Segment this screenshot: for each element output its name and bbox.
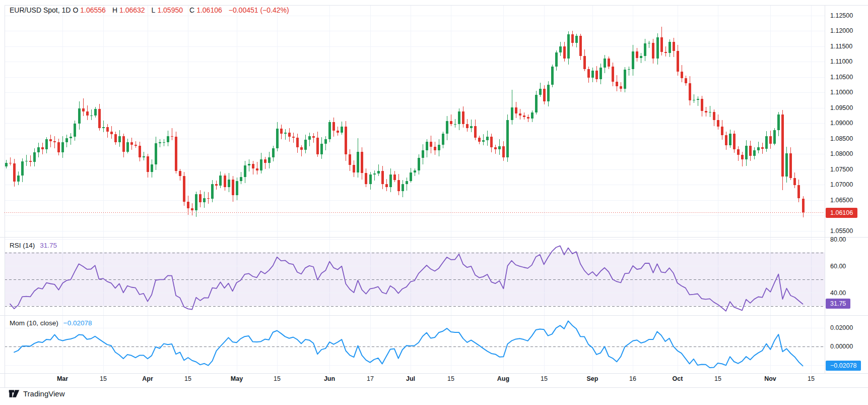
- time-tick-label: Oct: [673, 375, 683, 382]
- price-tick-label: 1.10000: [830, 89, 853, 96]
- high-value: 1.06632: [119, 6, 145, 14]
- mom-tick-label: 0.02000: [830, 324, 853, 331]
- chart-canvas[interactable]: [0, 0, 868, 405]
- price-tick-label: 1.08000: [830, 150, 853, 157]
- price-tick-label: 1.11000: [830, 58, 852, 65]
- mom-value: −0.02078: [63, 319, 92, 327]
- high-label: H: [112, 6, 117, 14]
- tradingview-icon: [9, 389, 20, 398]
- price-tick-label: 1.07000: [830, 181, 853, 188]
- price-tick-label: 1.07500: [830, 166, 853, 173]
- mom-value-label: −0.02078: [826, 361, 861, 371]
- tradingview-chart: EUR/USD Spot, 1DO1.06556H1.06632L1.05950…: [0, 0, 868, 405]
- brand-name: TradingView: [23, 389, 65, 398]
- price-tick-label: 1.09000: [830, 120, 853, 127]
- symbol-legend[interactable]: EUR/USD Spot, 1DO1.06556H1.06632L1.05950…: [10, 6, 291, 14]
- last-price-label: 1.06106: [826, 208, 857, 218]
- close-label: C: [189, 6, 194, 14]
- rsi-legend[interactable]: RSI (14)31.75: [10, 242, 59, 249]
- rsi-tick-label: 60.00: [830, 263, 846, 270]
- time-tick-label: 16: [629, 375, 636, 382]
- rsi-tick-label: 40.00: [830, 290, 846, 297]
- tradingview-logo[interactable]: TradingView: [9, 389, 65, 398]
- rsi-tick-label: 80.00: [830, 236, 846, 243]
- time-tick-label: 15: [274, 375, 281, 382]
- rsi-name: RSI (14): [10, 242, 35, 249]
- time-tick-label: 15: [541, 375, 548, 382]
- rsi-value-label: 31.75: [826, 299, 850, 309]
- time-tick-label: 15: [714, 375, 721, 382]
- open-label: O: [73, 6, 78, 14]
- time-tick-label: 15: [808, 375, 815, 382]
- time-tick-label: May: [231, 375, 243, 382]
- rsi-value: 31.75: [40, 242, 57, 249]
- price-tick-label: 1.08500: [830, 135, 853, 142]
- close-value: 1.06106: [196, 6, 222, 14]
- time-tick-label: 15: [447, 375, 454, 382]
- time-tick-label: Mar: [57, 375, 68, 382]
- change-value: −0.00451 (−0.42%): [229, 6, 289, 14]
- price-tick-label: 1.11500: [830, 43, 852, 50]
- time-tick-label: Nov: [764, 375, 776, 382]
- time-tick-label: 15: [100, 375, 107, 382]
- time-tick-label: 17: [367, 375, 374, 382]
- price-tick-label: 1.12000: [830, 27, 853, 34]
- time-tick-label: 15: [184, 375, 191, 382]
- price-tick-label: 1.12500: [830, 12, 853, 19]
- mom-name: Mom (10, close): [10, 319, 58, 327]
- mom-legend[interactable]: Mom (10, close)−0.02078: [10, 319, 94, 327]
- symbol-title[interactable]: EUR/USD Spot, 1D: [10, 6, 71, 14]
- low-value: 1.05950: [157, 6, 183, 14]
- open-value: 1.06556: [80, 6, 106, 14]
- time-tick-label: Sep: [587, 375, 598, 382]
- time-tick-label: Jul: [406, 375, 415, 382]
- time-tick-label: Jun: [324, 375, 335, 382]
- low-label: L: [152, 6, 156, 14]
- mom-tick-label: 0.00000: [830, 343, 853, 350]
- price-tick-label: 1.05500: [830, 227, 853, 235]
- time-tick-label: Apr: [142, 375, 153, 382]
- price-tick-label: 1.09500: [830, 104, 853, 111]
- price-tick-label: 1.10500: [830, 74, 853, 81]
- time-tick-label: Aug: [497, 375, 509, 382]
- price-tick-label: 1.06500: [830, 197, 853, 204]
